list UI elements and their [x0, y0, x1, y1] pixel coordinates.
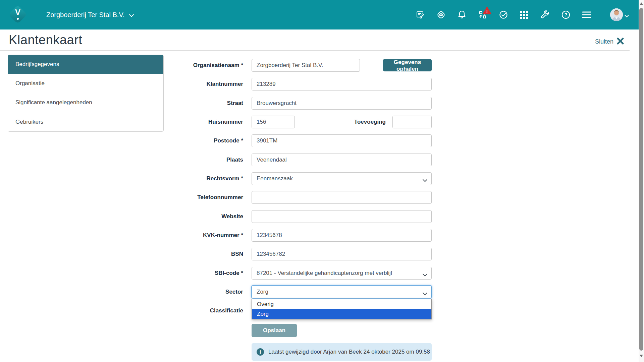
logo-dot [17, 18, 19, 20]
company-name: Zorgboerderij Ter Stal B.V. [46, 11, 124, 19]
telefoonnummer-input[interactable] [252, 191, 432, 204]
sidebar-item-label: Bedrijfsgegevens [15, 61, 59, 68]
user-avatar[interactable] [610, 8, 623, 21]
rechtsvorm-select[interactable]: Eenmanszaak [252, 172, 432, 185]
rechtsvorm-label: Rechtsvorm * [127, 172, 243, 185]
page-scrollbar[interactable] [639, 0, 644, 362]
postcode-label: Postcode * [127, 134, 243, 147]
scroll-up-arrow-icon[interactable] [640, 2, 643, 5]
sidebar-item-label: Organisatie [15, 80, 45, 87]
rechtsvorm-value: Eenmanszaak [257, 175, 293, 182]
organisatienaam-input[interactable] [252, 59, 360, 72]
plaats-label: Plaats [127, 154, 243, 166]
header-icon-row: ! [416, 0, 591, 29]
sector-select[interactable]: Zorg [252, 286, 432, 298]
close-button[interactable]: Sluiten [595, 38, 624, 46]
sector-option-zorg[interactable]: Zorg [252, 309, 431, 319]
chevron-down-icon [423, 290, 427, 297]
svg-text:?: ? [565, 12, 568, 17]
classificatie-label: Classificatie [127, 304, 243, 317]
wrench-icon[interactable] [540, 10, 550, 19]
last-modified-banner: i Laatst gewijzigd door Arjan van Beek 2… [252, 343, 432, 361]
website-input[interactable] [252, 210, 432, 223]
sector-label: Sector [127, 286, 243, 298]
alert-badge-icon: ! [483, 7, 491, 15]
straat-input[interactable] [252, 97, 432, 110]
bsn-input[interactable] [252, 248, 432, 260]
tasks-icon[interactable] [499, 10, 508, 19]
bell-icon[interactable] [457, 10, 467, 19]
info-icon: i [257, 348, 264, 356]
kvk-nummer-input[interactable] [252, 229, 432, 242]
organisatienaam-label: Organisatienaam * [127, 59, 243, 72]
website-label: Website [127, 210, 243, 223]
visma-logo[interactable]: V [10, 6, 26, 22]
postcode-input[interactable] [252, 134, 432, 147]
save-button[interactable]: Opslaan [252, 324, 297, 337]
sector-dropdown-panel: Overig Zorg [252, 299, 432, 319]
help-icon[interactable]: ? [561, 10, 571, 19]
straat-label: Straat [127, 97, 243, 110]
scrollbar-thumb[interactable] [639, 8, 643, 351]
page-title: Klantenkaart [9, 33, 82, 47]
menu-icon[interactable] [582, 10, 591, 19]
sbi-code-value: 87201 - Verstandelijke gehandicaptenzorg… [257, 270, 392, 277]
toevoeging-input[interactable] [392, 116, 432, 128]
sidebar-item-label: Gebruikers [15, 119, 43, 125]
klantnummer-label: Klantnummer [127, 78, 243, 90]
close-label: Sluiten [595, 38, 613, 45]
logo-letter: V [10, 8, 26, 16]
svg-text:!: ! [486, 9, 488, 14]
sbi-code-select[interactable]: 87201 - Verstandelijke gehandicaptenzorg… [252, 267, 432, 280]
assistant-icon[interactable] [436, 10, 446, 19]
apps-grid-icon[interactable] [520, 10, 529, 19]
title-divider [0, 50, 630, 51]
telefoonnummer-label: Telefoonnummer [127, 191, 243, 204]
avatar-chevron-down-icon[interactable] [625, 13, 629, 19]
mapping-icon[interactable]: ! [478, 10, 487, 19]
sidebar-item-label: Significante aangelegenheden [15, 99, 92, 106]
klantenkaart-page: V Zorgboerderij Ter Stal B.V. [0, 0, 644, 362]
sector-value: Zorg [257, 289, 268, 295]
plaats-input[interactable] [252, 154, 432, 166]
company-selector[interactable]: Zorgboerderij Ter Stal B.V. [46, 0, 134, 29]
fetch-data-button[interactable]: Gegevens ophalen [383, 59, 432, 71]
last-modified-text: Laatst gewijzigd door Arjan van Beek 24 … [268, 349, 430, 355]
close-icon [617, 38, 624, 46]
huisnummer-input[interactable] [252, 116, 295, 128]
sbi-code-label: SBI-code * [127, 267, 243, 280]
sector-option-overig[interactable]: Overig [252, 299, 431, 309]
bsn-label: BSN [127, 248, 243, 260]
toevoeging-label: Toevoeging [322, 116, 386, 128]
chevron-down-icon [423, 272, 427, 278]
chevron-down-icon [129, 11, 134, 19]
top-navigation-bar: V Zorgboerderij Ter Stal B.V. [0, 0, 639, 29]
klantnummer-input[interactable] [252, 78, 432, 90]
chevron-down-icon [423, 177, 427, 184]
kvk-nummer-label: KVK-nummer * [127, 229, 243, 242]
header-separator [33, 0, 33, 29]
workflow-icon[interactable] [416, 10, 425, 19]
scroll-down-arrow-icon[interactable] [640, 355, 643, 357]
huisnummer-label: Huisnummer [127, 116, 243, 128]
